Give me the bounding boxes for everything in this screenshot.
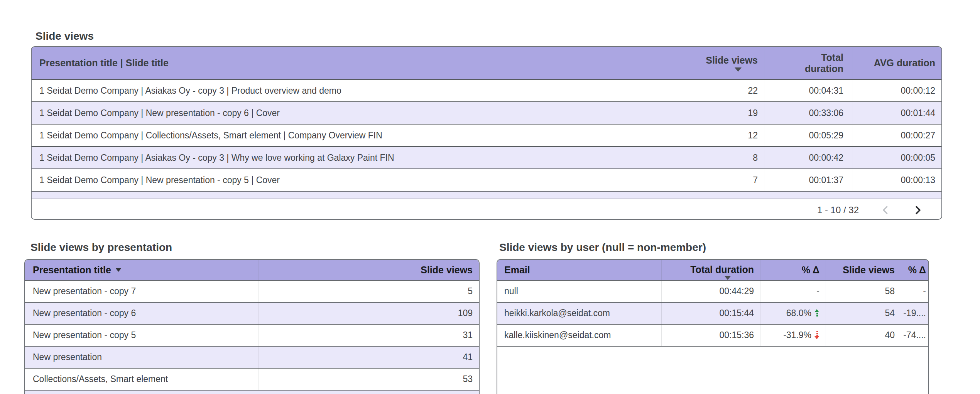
sort-descending-icon: [735, 67, 742, 72]
pagination-range-label: 1 - 10 / 32: [817, 205, 859, 216]
cell-presentation-slide-title: 1 Seidat Demo Company | New presentation…: [32, 169, 687, 191]
column-header-label: Slide views: [706, 55, 758, 66]
column-header-avg-duration[interactable]: AVG duration: [853, 47, 941, 79]
cell-duration-delta: 68.0%: [760, 303, 826, 324]
partially-visible-row: [32, 192, 941, 199]
sort-descending-icon: [116, 268, 121, 272]
pagination-bar: 1 - 10 / 32: [32, 199, 941, 220]
cell-views-delta: -19....: [901, 303, 928, 324]
delta-value: -31.9%: [783, 330, 811, 340]
column-header-label: Total duration: [690, 264, 754, 275]
column-header-label: Slide views: [421, 264, 473, 276]
table-row: New presentation 41: [25, 347, 479, 369]
partially-visible-row: [25, 391, 479, 394]
cell-email: null: [497, 281, 661, 302]
cell-views-delta: -: [901, 281, 928, 302]
column-header-label: Email: [504, 264, 530, 276]
cell-slide-views: 7: [687, 169, 764, 191]
table-row: New presentation - copy 5 31: [25, 325, 479, 347]
cell-presentation-slide-title: 1 Seidat Demo Company | Asiakas Oy - cop…: [32, 80, 687, 101]
cell-total-duration: 00:44:29: [661, 281, 760, 302]
cell-presentation-title: New presentation - copy 5: [25, 325, 259, 346]
cell-avg-duration: 00:01:44: [853, 102, 941, 124]
table-row: 1 Seidat Demo Company | Asiakas Oy - cop…: [32, 147, 941, 169]
table-row: heikki.karkola@seidat.com 00:15:44 68.0%…: [497, 303, 928, 325]
table-row: kalle.kiiskinen@seidat.com 00:15:36 -31.…: [497, 325, 928, 347]
cell-avg-duration: 00:00:27: [853, 125, 941, 146]
by-presentation-table-title: Slide views by presentation: [30, 241, 172, 254]
table-row: null 00:44:29 - 58 -: [497, 281, 928, 303]
column-header-slide-views[interactable]: Slide views: [259, 260, 479, 280]
by-user-table-header: Email Total duration % Δ Slide views % Δ: [497, 260, 928, 281]
cell-presentation-slide-title: 1 Seidat Demo Company | Collections/Asse…: [32, 125, 687, 146]
table-row: 1 Seidat Demo Company | New presentation…: [32, 169, 941, 192]
slide-views-table: Presentation title | Slide title Slide v…: [31, 46, 942, 220]
column-header-views-delta[interactable]: % Δ: [901, 260, 928, 280]
next-page-button[interactable]: [912, 204, 924, 216]
cell-total-duration: 00:15:36: [661, 325, 760, 346]
trend-arrow-icon: [814, 331, 819, 339]
cell-presentation-slide-title: 1 Seidat Demo Company | New presentation…: [32, 102, 687, 124]
cell-slide-views: 41: [259, 347, 479, 368]
cell-duration-delta: -31.9%: [760, 325, 826, 346]
cell-slide-views: 109: [259, 303, 479, 324]
cell-avg-duration: 00:00:13: [853, 169, 941, 191]
column-header-email[interactable]: Email: [497, 260, 661, 280]
column-header-slide-views[interactable]: Slide views: [826, 260, 901, 280]
cell-email: heikki.karkola@seidat.com: [497, 303, 661, 324]
cell-total-duration: 00:00:42: [764, 147, 853, 168]
cell-total-duration: 00:15:44: [661, 303, 760, 324]
cell-presentation-slide-title: 1 Seidat Demo Company | Asiakas Oy - cop…: [32, 147, 687, 168]
by-user-table: Email Total duration % Δ Slide views % Δ…: [497, 259, 929, 394]
column-header-label: Presentation title | Slide title: [39, 57, 169, 69]
cell-email: kalle.kiiskinen@seidat.com: [497, 325, 661, 346]
cell-slide-views: 5: [259, 281, 479, 302]
table-row: Collections/Assets, Smart element 53: [25, 369, 479, 391]
table-row: New presentation - copy 7 5: [25, 281, 479, 303]
by-presentation-table: Presentation title Slide views New prese…: [24, 259, 480, 394]
sort-descending-icon: [725, 276, 731, 280]
cell-slide-views: 12: [687, 125, 764, 146]
cell-total-duration: 00:04:31: [764, 80, 853, 101]
delta-value: -: [816, 286, 819, 296]
table-row: 1 Seidat Demo Company | Collections/Asse…: [32, 125, 941, 147]
column-header-label: Presentation title: [33, 264, 111, 276]
cell-slide-views: 40: [826, 325, 901, 346]
cell-duration-delta: -: [760, 281, 826, 302]
chevron-left-icon: [880, 204, 891, 216]
column-header-total-duration[interactable]: Total duration: [661, 260, 760, 280]
cell-avg-duration: 00:00:05: [853, 147, 941, 168]
column-header-label: Slide views: [843, 264, 895, 276]
cell-presentation-title: New presentation: [25, 347, 259, 368]
delta-value: 68.0%: [786, 308, 811, 318]
cell-views-delta: -74....: [901, 325, 928, 346]
cell-total-duration: 00:05:29: [764, 125, 853, 146]
cell-total-duration: 00:33:06: [764, 102, 853, 124]
analytics-dashboard-page: Slide views Presentation title | Slide t…: [0, 0, 980, 394]
slide-views-table-header: Presentation title | Slide title Slide v…: [32, 47, 941, 80]
cell-slide-views: 22: [687, 80, 764, 101]
cell-slide-views: 58: [826, 281, 901, 302]
cell-presentation-title: Collections/Assets, Smart element: [25, 369, 259, 390]
cell-presentation-title: New presentation - copy 7: [25, 281, 259, 302]
cell-total-duration: 00:01:37: [764, 169, 853, 191]
by-presentation-table-header: Presentation title Slide views: [25, 260, 479, 281]
column-header-presentation-title[interactable]: Presentation title: [25, 260, 259, 280]
column-header-label: Total duration: [800, 52, 843, 74]
cell-slide-views: 8: [687, 147, 764, 168]
table-row: New presentation - copy 6 109: [25, 303, 479, 325]
column-header-label: % Δ: [802, 264, 819, 276]
cell-slide-views: 54: [826, 303, 901, 324]
column-header-label: % Δ: [908, 264, 926, 276]
column-header-presentation-slide-title[interactable]: Presentation title | Slide title: [32, 47, 687, 79]
cell-slide-views: 53: [259, 369, 479, 390]
column-header-slide-views[interactable]: Slide views: [687, 47, 764, 79]
chevron-right-icon: [912, 204, 924, 216]
slide-views-table-title: Slide views: [35, 30, 94, 42]
column-header-label: AVG duration: [874, 57, 935, 69]
previous-page-button[interactable]: [880, 204, 891, 216]
cell-slide-views: 19: [687, 102, 764, 124]
column-header-total-duration[interactable]: Total duration: [764, 47, 853, 79]
trend-arrow-icon: [814, 309, 819, 317]
column-header-duration-delta[interactable]: % Δ: [760, 260, 826, 280]
